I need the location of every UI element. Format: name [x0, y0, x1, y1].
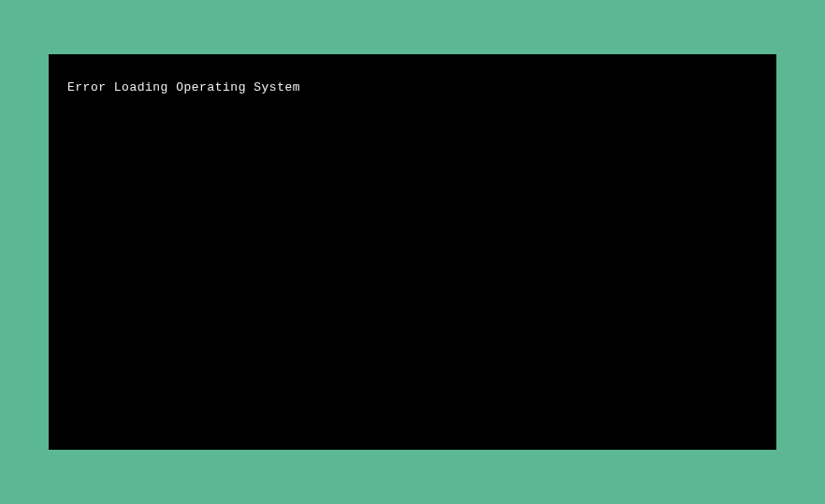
bios-terminal: Error Loading Operating System — [49, 54, 776, 450]
boot-error-message: Error Loading Operating System — [67, 80, 758, 94]
